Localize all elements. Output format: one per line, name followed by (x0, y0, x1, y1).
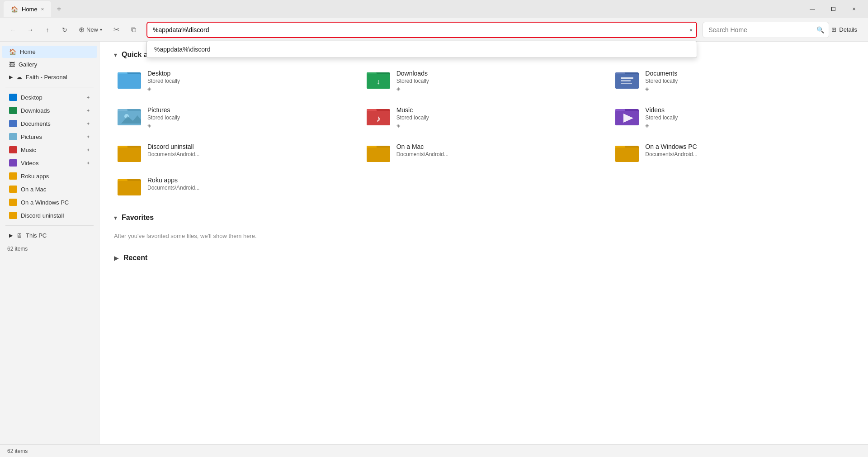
new-chevron-icon: ▾ (100, 27, 102, 32)
sidebar-item-this-pc[interactable]: ▶ 🖥 This PC (2, 229, 97, 242)
copy-button[interactable]: ⧉ (126, 22, 141, 38)
on-a-mac-folder-info: On a Mac Documents\Android... (396, 143, 601, 157)
downloads-folder-pin: ◈ (396, 86, 601, 92)
discord-uninstall-folder-path: Documents\Android... (147, 151, 352, 157)
autocomplete-item[interactable]: %appdata%\discord (147, 41, 697, 57)
sidebar-item-on-a-windows-pc[interactable]: On a Windows PC (2, 196, 97, 209)
folder-card-roku-apps[interactable]: Roku apps Documents\Android... (114, 173, 356, 199)
pictures-folder-info: Pictures Stored locally ◈ (147, 106, 352, 129)
on-a-mac-folder-path: Documents\Android... (396, 151, 601, 157)
forward-button[interactable]: → (23, 22, 38, 38)
folder-card-desktop[interactable]: Desktop Stored locally ◈ (114, 66, 356, 95)
on-a-windows-pc-folder-name: On a Windows PC (645, 143, 850, 150)
downloads-folder-large-icon: ↓ (367, 70, 390, 89)
sidebar-this-pc-label: This PC (26, 232, 47, 239)
sidebar-item-gallery[interactable]: 🖼 Gallery (2, 58, 97, 71)
desktop-folder-info: Desktop Stored locally ◈ (147, 70, 352, 92)
cloud-icon: ☁ (16, 74, 22, 81)
sidebar-item-home[interactable]: 🏠 Home (2, 46, 97, 58)
downloads-pin-icon: ✦ (86, 108, 90, 113)
status-count: 62 (7, 246, 13, 252)
autocomplete-dropdown: %appdata%\discord (146, 41, 697, 58)
tab-close-button[interactable]: × (41, 6, 44, 12)
tab-home-icon: 🏠 (11, 6, 18, 13)
recent-section: ▶ Recent (114, 254, 854, 262)
details-label: Details (839, 26, 857, 33)
videos-folder-path: Stored locally (645, 114, 850, 121)
active-tab[interactable]: 🏠 Home × (4, 1, 51, 17)
folder-card-downloads[interactable]: ↓ Downloads Stored locally ◈ (363, 66, 605, 95)
folder-card-on-a-windows-pc[interactable]: On a Windows PC Documents\Android... (612, 139, 854, 166)
documents-folder-path: Stored locally (645, 78, 850, 84)
sidebar-item-documents[interactable]: Documents ✦ (2, 117, 97, 130)
downloads-folder-path: Stored locally (396, 78, 601, 84)
sidebar-status: 62 items (0, 242, 99, 256)
recent-toggle[interactable]: ▶ (114, 254, 119, 262)
svg-text:♪: ♪ (376, 114, 381, 124)
folder-card-music[interactable]: ♪ Music Stored locally ◈ (363, 103, 605, 132)
window-close-button[interactable]: × (844, 2, 864, 16)
sidebar-item-discord-uninstall[interactable]: Discord uninstall (2, 209, 97, 222)
minimize-button[interactable]: — (802, 2, 823, 16)
sidebar-item-pictures[interactable]: Pictures ✦ (2, 130, 97, 143)
roku-apps-folder-info: Roku apps Documents\Android... (147, 176, 352, 191)
desktop-pin-icon: ✦ (86, 95, 90, 100)
new-button[interactable]: ⊕ New ▾ (74, 22, 107, 38)
sidebar-item-videos[interactable]: Videos ✦ (2, 157, 97, 169)
search-input[interactable] (703, 22, 829, 38)
cut-button[interactable]: ✂ (108, 22, 124, 38)
window-controls: — ⧠ × (802, 2, 864, 16)
discord-folder-icon (9, 212, 17, 219)
status-items-count: 62 (7, 448, 13, 454)
new-label: New (86, 26, 98, 33)
videos-pin-icon: ✦ (86, 161, 90, 166)
back-button[interactable]: ← (5, 22, 21, 38)
sidebar-item-desktop[interactable]: Desktop ✦ (2, 91, 97, 104)
videos-folder-info: Videos Stored locally ◈ (645, 106, 850, 129)
recent-title: Recent (123, 254, 147, 262)
roku-apps-folder-large-icon (118, 176, 141, 195)
up-button[interactable]: ↑ (40, 22, 55, 38)
folder-card-discord-uninstall[interactable]: Discord uninstall Documents\Android... (114, 139, 356, 166)
folder-card-videos[interactable]: Videos Stored locally ◈ (612, 103, 854, 132)
sidebar-item-downloads[interactable]: Downloads ✦ (2, 104, 97, 117)
sidebar-item-music[interactable]: Music ✦ (2, 143, 97, 156)
sidebar-item-faith-personal[interactable]: ▶ ☁ Faith - Personal (2, 71, 97, 83)
svg-text:↓: ↓ (377, 78, 380, 86)
address-clear-button[interactable]: × (689, 26, 693, 33)
folder-card-pictures[interactable]: Pictures Stored locally ◈ (114, 103, 356, 132)
favorites-toggle[interactable]: ▾ (114, 214, 117, 221)
sidebar-mac-label: On a Mac (21, 186, 46, 193)
documents-folder-name: Documents (645, 70, 850, 77)
content-area: ▾ Quick access Desktop Stored locally ◈ (99, 42, 868, 444)
add-tab-button[interactable]: + (53, 5, 65, 14)
sidebar-pictures-label: Pictures (21, 133, 42, 140)
refresh-button[interactable]: ↻ (57, 22, 72, 38)
svg-rect-10 (621, 77, 633, 79)
music-folder-path: Stored locally (396, 114, 601, 121)
folder-card-documents[interactable]: Documents Stored locally ◈ (612, 66, 854, 95)
address-bar-wrapper: × %appdata%\discord (146, 22, 697, 38)
pictures-folder-name: Pictures (147, 106, 352, 114)
pictures-pin-icon: ✦ (86, 134, 90, 139)
music-pin-icon: ✦ (86, 148, 90, 152)
pictures-folder-pin: ◈ (147, 123, 352, 129)
desktop-folder-pin: ◈ (147, 86, 352, 92)
favorites-section-header: ▾ Favorites (114, 214, 854, 222)
maximize-button[interactable]: ⧠ (823, 2, 844, 16)
details-button[interactable]: ⊞ Details (826, 24, 863, 36)
favorites-title: Favorites (122, 214, 154, 222)
quick-access-toggle[interactable]: ▾ (114, 51, 117, 58)
sidebar-item-roku-apps[interactable]: Roku apps (2, 170, 97, 182)
address-bar[interactable] (146, 22, 697, 38)
videos-folder-large-icon (615, 106, 639, 125)
sidebar-item-on-a-mac[interactable]: On a Mac (2, 183, 97, 195)
sidebar-roku-label: Roku apps (21, 173, 49, 180)
folder-card-on-a-mac[interactable]: On a Mac Documents\Android... (363, 139, 605, 166)
recent-section-header: ▶ Recent (114, 254, 854, 262)
search-button[interactable]: 🔍 (816, 26, 824, 33)
svg-rect-34 (615, 148, 639, 162)
status-items-word: items (15, 448, 28, 454)
favorites-section: ▾ Favorites After you've favorited some … (114, 214, 854, 243)
pictures-folder-icon (9, 133, 17, 140)
